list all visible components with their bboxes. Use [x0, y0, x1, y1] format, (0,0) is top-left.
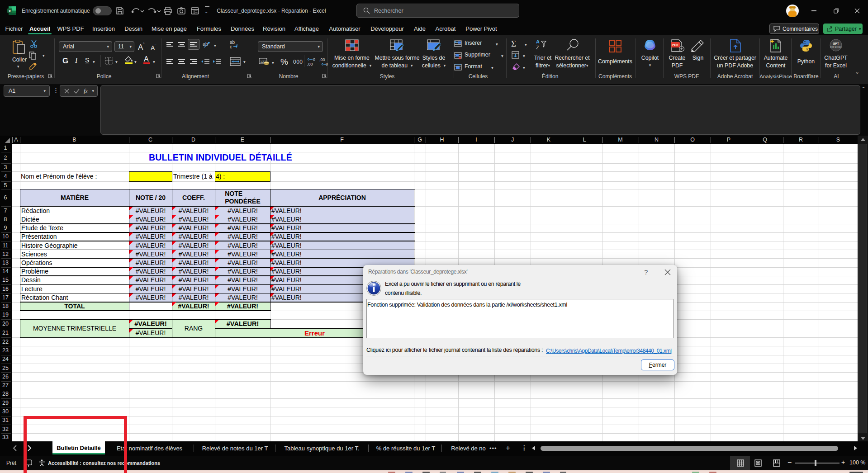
svg-text:FOR EXCEL: FOR EXCEL — [830, 46, 842, 48]
svg-text:PDF: PDF — [672, 43, 679, 47]
svg-text:A: A — [536, 39, 540, 44]
svg-text:0: 0 — [313, 57, 315, 62]
svg-text:x: x — [9, 9, 11, 13]
svg-text:Z: Z — [536, 45, 539, 50]
svg-text:GPT: GPT — [833, 42, 839, 45]
svg-text:ab: ab — [203, 41, 208, 47]
svg-text:,00: ,00 — [307, 62, 313, 66]
svg-text:c: c — [230, 44, 232, 49]
